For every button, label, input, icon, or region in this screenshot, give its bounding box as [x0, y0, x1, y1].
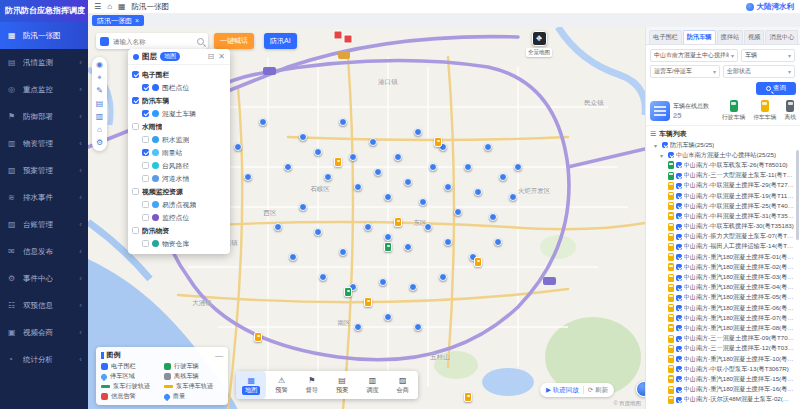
layer-item-3-2[interactable]: 雨量站: [132, 146, 226, 159]
checkbox[interactable]: [676, 234, 682, 240]
layer-item-3-4[interactable]: 河道水情: [132, 172, 226, 185]
sidebar-item-1[interactable]: ▦防汛一张图: [0, 22, 88, 49]
collapse-menu-icon[interactable]: ☰: [94, 2, 101, 11]
ai-button[interactable]: 防汛AI: [264, 33, 297, 49]
checkbox[interactable]: [132, 227, 139, 234]
layer-item-4-2[interactable]: 监控点位: [132, 211, 226, 224]
panel-tab-防汛车辆[interactable]: 防汛车辆: [683, 30, 716, 44]
chart-icon[interactable]: ▥: [96, 113, 104, 121]
checkbox[interactable]: [142, 214, 149, 221]
apps-grid-icon[interactable]: ▦: [118, 2, 126, 11]
checkbox[interactable]: [142, 162, 149, 169]
toolbar-item-预警[interactable]: ⚠预警: [266, 371, 296, 399]
poi-marker[interactable]: [394, 153, 402, 161]
operation-select[interactable]: 运营车/停运车▾: [650, 65, 720, 78]
vehicle-row[interactable]: 中山南方-三一混凝土搅拌车-09(粤T7026L): [650, 334, 794, 344]
checkbox[interactable]: [676, 193, 682, 199]
checkbox[interactable]: [676, 315, 682, 321]
checkbox[interactable]: [676, 224, 682, 230]
parked-vehicle-marker[interactable]: [474, 257, 482, 267]
poi-marker[interactable]: [414, 128, 422, 136]
minimize-icon[interactable]: ⊟: [208, 52, 215, 61]
poi-marker[interactable]: [339, 248, 347, 256]
vehicle-row[interactable]: 中山南方-重汽180混凝土搅拌车-03(粤T0368C): [650, 272, 794, 282]
vehicle-row[interactable]: 中山南方-三一混凝土搅拌车-12(粤T0328N): [650, 344, 794, 354]
layer-item-3-3[interactable]: 台风路径: [132, 159, 226, 172]
vehicle-row[interactable]: 中山南方-重汽180混凝土搅拌车-02(粤T8322H): [650, 262, 794, 272]
layer-item-5-1[interactable]: 物资仓库: [132, 237, 226, 250]
checkbox[interactable]: [142, 136, 149, 143]
layer-item-1-1[interactable]: 围栏点位: [132, 81, 226, 94]
poi-marker[interactable]: [369, 138, 377, 146]
locate-icon[interactable]: ⌖: [97, 74, 102, 82]
parked-vehicle-marker[interactable]: [464, 392, 472, 402]
status-select[interactable]: 全部状态▾: [723, 65, 795, 78]
checkbox[interactable]: [132, 97, 139, 104]
layer-item-2-1[interactable]: 混凝土车辆: [132, 107, 226, 120]
checkbox[interactable]: [662, 142, 668, 148]
poi-marker[interactable]: [409, 283, 417, 291]
poi-marker[interactable]: [404, 243, 412, 251]
checkbox[interactable]: [676, 366, 682, 372]
vehicle-row[interactable]: 中山南方-中联混凝土搅拌车-25(粤T40137): [650, 201, 794, 211]
vehicle-row[interactable]: 中山南方-中联混凝土搅拌车-29(粤T27159): [650, 181, 794, 191]
checkbox[interactable]: [676, 376, 682, 382]
vehicle-row[interactable]: 中山南方-重汽180混凝土搅拌车-01(粤T6977A): [650, 252, 794, 262]
refresh-button[interactable]: ⟳ 刷新: [588, 386, 608, 395]
panel-tab-视频[interactable]: 视频: [744, 30, 764, 44]
poi-marker[interactable]: [454, 208, 462, 216]
toolbar-item-地图[interactable]: ▦地图: [236, 371, 266, 399]
checkbox[interactable]: [676, 285, 682, 291]
settings-gear-icon[interactable]: ⚙: [96, 139, 103, 147]
poi-marker[interactable]: [489, 213, 497, 221]
vehicle-row[interactable]: 中山南方-重汽180混凝土搅拌车-08(粤T2597E): [650, 323, 794, 333]
checkbox[interactable]: [676, 244, 682, 250]
checkbox[interactable]: [132, 123, 139, 130]
toolbar-item-督导[interactable]: ⚑督导: [297, 371, 327, 399]
site-select[interactable]: 中山市南方混凝土中心搅拌站▾: [650, 49, 738, 62]
road-sign-icon[interactable]: ⛖: [532, 31, 547, 46]
close-icon[interactable]: ✕: [218, 52, 225, 61]
alert-marker[interactable]: [334, 31, 343, 40]
poi-marker[interactable]: [464, 163, 472, 171]
poi-marker[interactable]: [439, 273, 447, 281]
checkbox[interactable]: [676, 387, 682, 393]
checkbox[interactable]: [676, 356, 682, 362]
sidebar-item-10[interactable]: ⚙事件中心‹: [0, 265, 88, 292]
home-icon[interactable]: ⌂: [107, 2, 112, 11]
poi-marker[interactable]: [354, 183, 362, 191]
checkbox[interactable]: [668, 152, 674, 158]
query-button[interactable]: 查询: [756, 82, 796, 95]
parked-vehicle-marker[interactable]: [254, 332, 262, 342]
broadcast-button[interactable]: 一键喊话: [214, 33, 254, 49]
poi-marker[interactable]: [414, 323, 422, 331]
poi-marker[interactable]: [244, 173, 252, 181]
toolbar-item-调度[interactable]: ▥调度: [357, 371, 387, 399]
panorama-label[interactable]: 全景地图: [526, 48, 552, 57]
parked-vehicle-marker[interactable]: [364, 297, 372, 307]
vehicle-row[interactable]: 中山南方-重汽180混凝土搅拌车-07(粤T0788J): [650, 313, 794, 323]
poi-marker[interactable]: [299, 133, 307, 141]
poi-marker[interactable]: [514, 163, 522, 171]
checkbox[interactable]: [142, 175, 149, 182]
search-icon[interactable]: [197, 38, 204, 45]
vehicle-row[interactable]: 中山南方-中联混凝土搅拌车-19(粤T11910): [650, 191, 794, 201]
toolbar-item-会商[interactable]: ▨会商: [388, 371, 418, 399]
layer-item-3-1[interactable]: 积水监测: [132, 133, 226, 146]
sidebar-item-6[interactable]: ▧预案管理‹: [0, 157, 88, 184]
layer-group-4[interactable]: 视频监控资源: [132, 185, 226, 198]
checkbox[interactable]: [142, 84, 149, 91]
vehicle-row[interactable]: 中山南方-沃尔沃48M混凝土泵车-02(粤T4071L): [650, 395, 794, 405]
poi-marker[interactable]: [444, 183, 452, 191]
vehicle-select[interactable]: 车辆▾: [741, 49, 795, 62]
poi-marker[interactable]: [444, 238, 452, 246]
poi-marker[interactable]: [474, 188, 482, 196]
poi-marker[interactable]: [354, 323, 362, 331]
checkbox[interactable]: [676, 275, 682, 281]
checkbox[interactable]: [676, 213, 682, 219]
poi-marker[interactable]: [424, 223, 432, 231]
poi-marker[interactable]: [319, 273, 327, 281]
driving-vehicle-marker[interactable]: [384, 242, 392, 252]
checkbox[interactable]: [676, 295, 682, 301]
sidebar-item-8[interactable]: ▨台账管理‹: [0, 211, 88, 238]
